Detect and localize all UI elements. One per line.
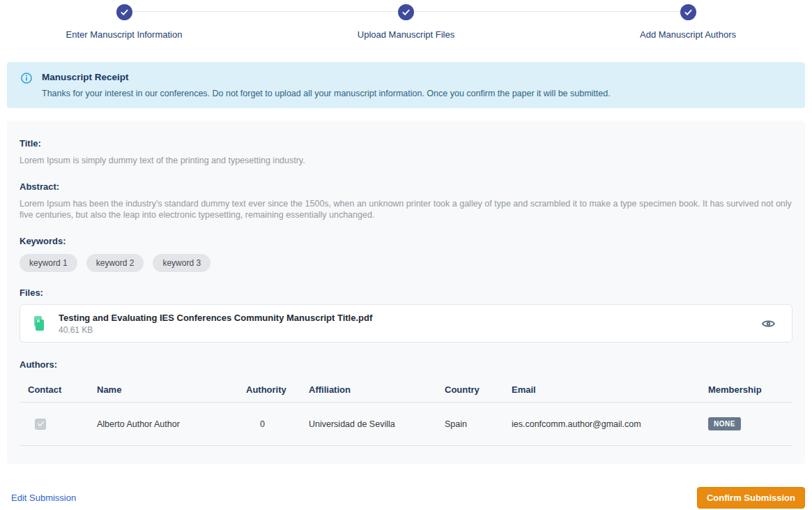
alert-title: Manuscript Receipt xyxy=(42,70,611,82)
membership-badge: NONE xyxy=(708,417,741,430)
keyword-pill: keyword 3 xyxy=(153,254,210,272)
manuscript-title-text: Lorem Ipsum is simply dummy text of the … xyxy=(20,155,792,166)
authors-table: Contact Name Authority Affiliation Count… xyxy=(20,377,792,446)
author-name: Alberto Author Author xyxy=(89,403,238,445)
keywords-label: Keywords: xyxy=(20,236,792,246)
file-pages-icon xyxy=(32,315,47,331)
author-row: Alberto Author Author 0 Universidad de S… xyxy=(20,403,792,446)
manuscript-summary-card: Title: Lorem Ipsum is simply dummy text … xyxy=(7,121,805,464)
authors-label: Authors: xyxy=(20,359,792,370)
col-header-affiliation: Affiliation xyxy=(300,377,436,402)
step-add-manuscript-authors[interactable]: Add Manuscript Authors xyxy=(564,4,812,43)
authors-table-header: Contact Name Authority Affiliation Count… xyxy=(20,377,792,403)
manuscript-receipt-alert: Manuscript Receipt Thanks for your inter… xyxy=(7,62,805,108)
alert-message: Thanks for your interest in our conferen… xyxy=(42,89,611,98)
col-header-email: Email xyxy=(503,377,700,402)
file-row: Testing and Evaluating IES Conferences C… xyxy=(20,304,792,343)
step-label: Enter Manuscript Information xyxy=(66,29,183,40)
contact-checkbox[interactable] xyxy=(35,419,46,430)
confirm-submission-button[interactable]: Confirm Submission xyxy=(697,487,805,509)
footer-actions: Edit Submission Confirm Submission xyxy=(0,487,812,509)
author-authority: 0 xyxy=(238,403,300,445)
file-info: Testing and Evaluating IES Conferences C… xyxy=(59,313,760,335)
file-name: Testing and Evaluating IES Conferences C… xyxy=(59,313,760,323)
keyword-pill: keyword 2 xyxy=(86,254,144,272)
files-label: Files: xyxy=(20,287,792,298)
info-icon xyxy=(21,73,32,87)
col-header-membership: Membership xyxy=(700,377,792,402)
title-label: Title: xyxy=(20,138,792,149)
col-header-contact: Contact xyxy=(20,377,89,402)
eye-icon xyxy=(762,320,775,331)
stepper: Enter Manuscript Information Upload Manu… xyxy=(0,0,812,43)
file-size: 40.61 KB xyxy=(59,325,760,335)
keywords-list: keyword 1 keyword 2 keyword 3 xyxy=(20,254,792,272)
step-complete-check-icon xyxy=(398,4,414,20)
step-complete-check-icon xyxy=(680,4,696,20)
edit-submission-link[interactable]: Edit Submission xyxy=(11,493,76,503)
submission-review-page: Enter Manuscript Information Upload Manu… xyxy=(0,0,812,509)
author-email: ies.confcomm.author@gmail.com xyxy=(503,403,700,445)
col-header-authority: Authority xyxy=(238,377,300,402)
step-upload-manuscript-files[interactable]: Upload Manuscript Files xyxy=(248,4,564,43)
step-label: Upload Manuscript Files xyxy=(358,29,454,40)
alert-content: Manuscript Receipt Thanks for your inter… xyxy=(42,70,611,98)
preview-file-button[interactable] xyxy=(760,317,776,330)
step-complete-check-icon xyxy=(116,4,132,20)
step-enter-manuscript-information[interactable]: Enter Manuscript Information xyxy=(0,4,248,43)
keyword-pill: keyword 1 xyxy=(20,254,77,272)
step-label: Add Manuscript Authors xyxy=(640,29,736,40)
author-country: Spain xyxy=(436,403,503,445)
abstract-label: Abstract: xyxy=(20,181,792,192)
col-header-name: Name xyxy=(89,377,238,402)
manuscript-abstract-text: Lorem Ipsum has been the industry's stan… xyxy=(20,198,792,220)
author-affiliation: Universidad de Sevilla xyxy=(300,403,436,445)
col-header-country: Country xyxy=(436,377,503,402)
